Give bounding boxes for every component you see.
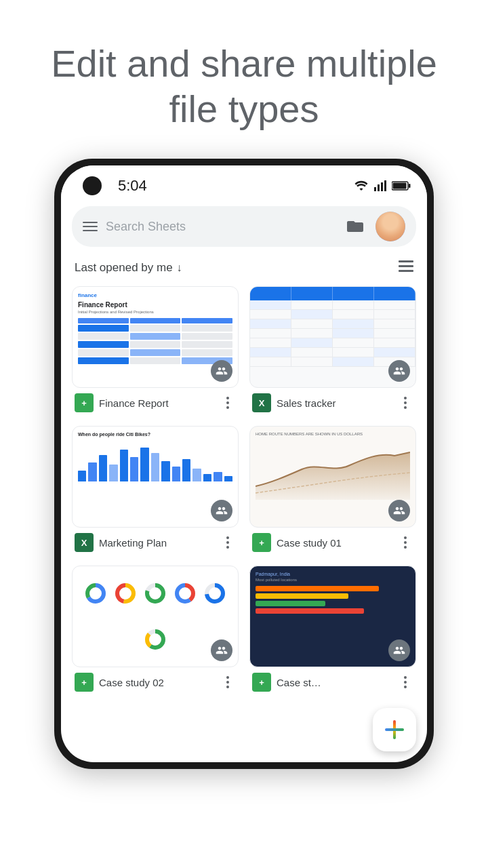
search-placeholder[interactable]: Search Sheets: [106, 220, 335, 234]
area-chart-case01: [256, 439, 410, 500]
svg-rect-7: [399, 260, 413, 262]
share-icon-case02: [211, 639, 232, 661]
camera-dot: [83, 176, 102, 195]
wifi-icon: [354, 180, 369, 191]
file-card-case-study-last[interactable]: Padmapur, India Most polluted locations …: [249, 566, 416, 694]
fab-button[interactable]: [373, 708, 416, 751]
file-meta-case-study-last: + Case st…: [249, 667, 416, 694]
more-button-sales[interactable]: [397, 395, 413, 411]
file-meta-finance-report: + Finance Report: [72, 388, 239, 415]
share-icon-finance: [211, 360, 232, 382]
status-time: 5:04: [118, 177, 147, 195]
sort-row: Last opened by me ↓: [72, 260, 416, 275]
fab-container: [373, 708, 416, 751]
signal-icon: [374, 180, 386, 191]
file-thumbnail-case-study-last: Padmapur, India Most polluted locations: [249, 566, 416, 667]
file-type-icon-case-last: +: [252, 673, 271, 692]
file-grid: finance Finance Report Initial Projectio…: [72, 286, 416, 694]
bar-chart-marketing: [78, 441, 232, 481]
file-card-finance-report[interactable]: finance Finance Report Initial Projectio…: [72, 286, 239, 415]
status-bar: 5:04: [61, 165, 427, 206]
svg-rect-3: [384, 180, 386, 191]
file-thumbnail-sales-tracker: [249, 286, 416, 388]
battery-icon: [392, 181, 411, 191]
share-icon-case01: [388, 500, 410, 521]
donut-chart-3: [143, 581, 167, 606]
file-meta-sales-tracker: X Sales tracker: [249, 388, 416, 415]
file-thumbnail-case-study-02: [72, 566, 239, 667]
phone-screen: 5:04: [61, 165, 427, 762]
hero-title: Edit and share multiple file types: [0, 0, 488, 159]
list-view-button[interactable]: [399, 260, 413, 275]
status-icons: [354, 180, 411, 191]
svg-rect-5: [393, 183, 407, 189]
more-button-case02[interactable]: [220, 674, 236, 690]
file-type-icon-marketing: X: [75, 533, 94, 552]
file-card-sales-tracker[interactable]: X Sales tracker: [249, 286, 416, 415]
file-card-marketing-plan[interactable]: When do people ride Citi Bikes?: [72, 426, 239, 555]
file-name-sales: Sales tracker: [277, 397, 392, 409]
file-name-case02: Case study 02: [99, 677, 214, 688]
svg-rect-2: [381, 182, 383, 191]
file-name-case-last: Case st…: [277, 677, 392, 688]
sort-label-text: Last opened by me: [75, 261, 173, 275]
file-meta-case-study-01: + Case study 01: [249, 528, 416, 555]
svg-rect-1: [378, 184, 380, 191]
file-name-case01: Case study 01: [277, 537, 392, 549]
file-thumbnail-case-study-01: HOME ROUTE NUMBERS ARE SHOWN IN US DOLLA…: [249, 426, 416, 528]
donut-chart-6: [143, 627, 167, 652]
file-name-finance: Finance Report: [99, 397, 214, 409]
more-button-finance[interactable]: [220, 395, 236, 411]
file-type-icon-sales: X: [252, 393, 271, 412]
file-meta-marketing-plan: X Marketing Plan: [72, 528, 239, 555]
donut-chart-4: [173, 581, 197, 606]
more-button-case-last[interactable]: [397, 674, 413, 690]
file-type-icon-case01: +: [252, 533, 271, 552]
svg-rect-0: [374, 187, 376, 191]
share-icon-marketing: [211, 500, 232, 521]
search-bar[interactable]: Search Sheets: [72, 206, 416, 247]
app-content: Search Sheets Last opened by me ↓: [61, 206, 427, 694]
share-icon-sales: [388, 360, 410, 382]
phone-frame: 5:04: [54, 159, 434, 769]
file-card-case-study-02[interactable]: + Case study 02: [72, 566, 239, 694]
fab-plus-icon: [385, 720, 404, 739]
file-meta-case-study-02: + Case study 02: [72, 667, 239, 694]
share-icon-case-last: [388, 639, 410, 661]
svg-rect-6: [409, 184, 411, 188]
sort-arrow: ↓: [177, 262, 182, 274]
file-type-icon-case02: +: [75, 673, 94, 692]
menu-button[interactable]: [83, 222, 98, 231]
file-type-icon-finance: +: [75, 393, 94, 412]
avatar[interactable]: [375, 212, 405, 241]
donut-chart-1: [83, 581, 108, 606]
svg-rect-8: [399, 265, 413, 267]
svg-rect-9: [399, 270, 413, 272]
donut-chart-5: [203, 581, 227, 606]
more-button-marketing[interactable]: [220, 534, 236, 551]
file-thumbnail-marketing-plan: When do people ride Citi Bikes?: [72, 426, 239, 528]
sort-button[interactable]: Last opened by me ↓: [75, 261, 182, 275]
file-thumbnail-finance-report: finance Finance Report Initial Projectio…: [72, 286, 239, 388]
file-name-marketing: Marketing Plan: [99, 537, 214, 549]
donut-chart-2: [113, 581, 138, 606]
file-card-case-study-01[interactable]: HOME ROUTE NUMBERS ARE SHOWN IN US DOLLA…: [249, 426, 416, 555]
more-button-case01[interactable]: [397, 534, 413, 551]
folder-button[interactable]: [343, 214, 367, 239]
